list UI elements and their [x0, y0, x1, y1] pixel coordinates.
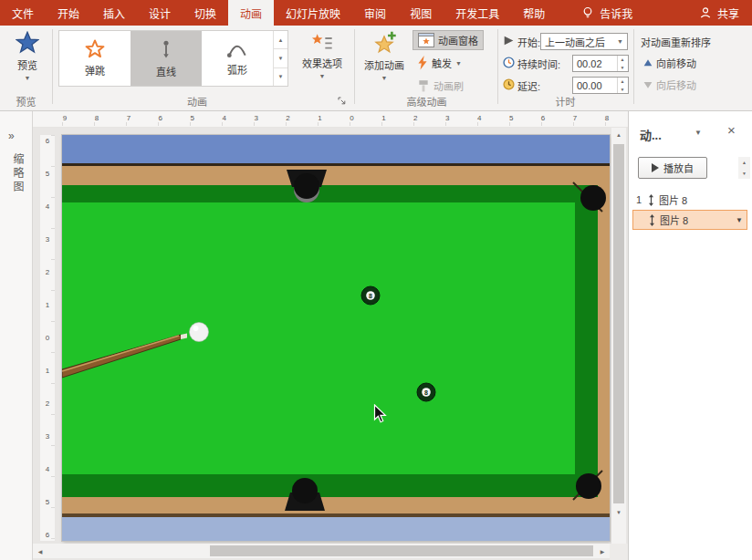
add-animation-button[interactable]: 添加动画 ▼: [360, 31, 409, 81]
eight-ball-a[interactable]: 8: [361, 286, 380, 305]
gallery-item-bounce[interactable]: 弹跳: [59, 31, 131, 86]
animation-pane-title: 动...: [640, 126, 662, 143]
animation-item-number: 1: [636, 194, 643, 205]
person-icon: [699, 6, 712, 19]
tab-file[interactable]: 文件: [0, 0, 46, 26]
pane-scroll-down[interactable]: ▼: [742, 171, 747, 176]
pool-table-image[interactable]: [62, 163, 610, 517]
vertical-scroll-thumb[interactable]: [613, 144, 624, 503]
pane-scrollbar[interactable]: ▲ ▼: [738, 157, 750, 179]
trigger-button[interactable]: 触发 ▼: [413, 53, 466, 73]
horizontal-scrollbar[interactable]: ◀ ▶: [33, 544, 610, 558]
tab-home[interactable]: 开始: [46, 0, 91, 26]
cue-ball[interactable]: [190, 323, 209, 342]
move-later-button[interactable]: 向后移动: [639, 75, 701, 95]
vertical-scrollbar[interactable]: ▲ ▼: [611, 128, 626, 544]
chevron-down-icon: ▼: [455, 60, 462, 67]
pane-close-button[interactable]: ×: [727, 122, 736, 138]
move-earlier-button[interactable]: 向前移动: [639, 53, 701, 73]
animation-pane-button[interactable]: 动画窗格: [413, 30, 484, 50]
delay-input[interactable]: 00.00 ▲ ▼: [572, 77, 629, 94]
tab-slideshow[interactable]: 幻灯片放映: [274, 0, 352, 26]
horizontal-scroll-thumb[interactable]: [210, 545, 593, 556]
ball-number: 8: [369, 293, 372, 299]
animation-painter-button[interactable]: 动画刷: [413, 76, 468, 96]
tab-design[interactable]: 设计: [137, 0, 183, 26]
tab-transitions[interactable]: 切换: [183, 0, 228, 26]
delay-spin-down[interactable]: ▼: [618, 86, 627, 94]
animation-pane-label: 动画窗格: [438, 33, 478, 47]
horizontal-ruler-numbers: 987 654 321 012 345 678: [62, 114, 610, 122]
gallery-scroll-up[interactable]: ▲: [274, 31, 287, 49]
duration-value: 00.02: [577, 58, 617, 69]
cursor-arrow-icon: [373, 404, 387, 424]
play-from-button[interactable]: 播放自: [638, 157, 707, 179]
scroll-left-button[interactable]: ◀: [33, 544, 47, 558]
animation-list-item-2[interactable]: 图片 8 ▼: [632, 210, 747, 230]
move-later-label: 向后移动: [656, 78, 696, 92]
delay-spinner: ▲ ▼: [617, 78, 627, 93]
start-label: 开始:: [517, 35, 540, 49]
animation-painter-label: 动画刷: [433, 78, 464, 93]
bounce-star-icon: [85, 39, 105, 59]
gallery-item-arcs[interactable]: 弧形: [202, 31, 273, 86]
lightbulb-icon: [581, 6, 594, 19]
gallery-scroll-down[interactable]: ▼: [274, 49, 287, 67]
scrollbar-corner: [610, 544, 628, 560]
animation-list-item-1[interactable]: 1 图片 8: [632, 190, 747, 210]
tabbar-spacer: [644, 0, 687, 26]
gallery-item-lines[interactable]: 直线: [131, 31, 202, 86]
group-divider: [497, 29, 498, 104]
eight-ball-b[interactable]: 8: [417, 383, 435, 401]
chevron-down-icon: ▼: [617, 38, 623, 45]
slide-background-top: [62, 135, 610, 165]
duration-clock-icon: [503, 57, 515, 68]
delay-clock-icon: [503, 78, 515, 90]
play-from-label: 播放自: [663, 161, 694, 175]
tab-view[interactable]: 视图: [398, 0, 444, 26]
duration-input[interactable]: 00.02 ▲ ▼: [572, 55, 629, 72]
gallery-more-button[interactable]: ▼: [274, 68, 287, 86]
pane-scroll-up[interactable]: ▲: [742, 160, 747, 165]
scroll-right-button[interactable]: ▶: [595, 544, 610, 558]
move-earlier-label: 向前移动: [656, 56, 696, 70]
tab-insert[interactable]: 插入: [91, 0, 137, 26]
animation-item-label: 图片 8: [659, 192, 687, 207]
tab-review[interactable]: 审阅: [352, 0, 398, 26]
gallery-scrollbar: ▲ ▼ ▼: [273, 31, 287, 86]
effect-options-button[interactable]: 效果选项 ▼: [296, 31, 349, 79]
add-animation-icon: [372, 31, 396, 55]
arrow-down-icon: [643, 80, 653, 89]
animation-dialog-launcher[interactable]: [338, 97, 347, 108]
pane-menu-button[interactable]: ▼: [695, 129, 702, 137]
duration-label: 持续时间:: [517, 57, 560, 71]
duration-spin-up[interactable]: ▲: [618, 56, 627, 64]
delay-spin-up[interactable]: ▲: [618, 78, 627, 86]
play-icon: [652, 163, 659, 172]
arc-path-icon: [226, 40, 248, 58]
delay-value: 00.00: [577, 80, 617, 91]
share-button[interactable]: 共享: [687, 0, 752, 26]
expand-thumbnails-button[interactable]: »: [8, 130, 15, 142]
tell-me-button[interactable]: 告诉我: [569, 0, 644, 26]
share-label: 共享: [717, 5, 739, 21]
duration-spin-down[interactable]: ▼: [618, 64, 627, 72]
slide-drawing: 8 8: [62, 135, 610, 541]
tab-developer[interactable]: 开发工具: [444, 0, 511, 26]
start-select[interactable]: 上一动画之后 ▼: [540, 33, 628, 50]
vertical-ruler-ticks: [51, 135, 55, 541]
preview-button[interactable]: 预览 ▼: [7, 31, 47, 81]
slide-canvas[interactable]: 8 8: [62, 135, 610, 541]
trigger-label: 触发: [432, 56, 452, 70]
tab-help[interactable]: 帮助: [511, 0, 557, 26]
item-dropdown-button[interactable]: ▼: [736, 216, 743, 224]
tab-animations[interactable]: 动画: [228, 0, 274, 26]
reorder-title: 对动画重新排序: [641, 35, 711, 49]
scroll-up-button[interactable]: ▲: [611, 128, 626, 142]
pocket-bottom-right: [576, 473, 601, 499]
ribbon-tab-bar: 文件 开始 插入 设计 切换 动画 幻灯片放映 审阅 视图 开发工具 帮助 告诉…: [0, 0, 752, 26]
group-divider: [354, 29, 355, 104]
scroll-down-button[interactable]: ▼: [611, 505, 626, 520]
gallery-item-label: 弧形: [227, 62, 247, 77]
delay-label: 延迟:: [517, 78, 540, 93]
